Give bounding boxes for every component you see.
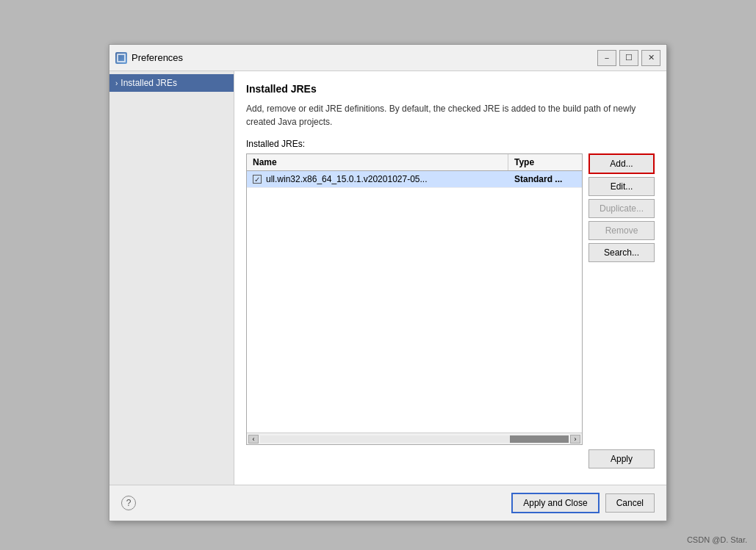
dialog-footer: ? Apply and Close Cancel (109, 485, 666, 521)
main-content: Installed JREs Add, remove or edit JRE d… (234, 71, 666, 485)
restore-button[interactable]: ☐ (619, 50, 638, 66)
footer-buttons: Apply and Close Cancel (511, 493, 655, 513)
sidebar: › Installed JREs (109, 71, 234, 485)
jre-table: Name Type ull.win32.x86_64_15.0.1.v20201… (246, 153, 583, 445)
add-button[interactable]: Add... (588, 153, 655, 174)
dialog-title: Preferences (132, 52, 597, 63)
col-type-header: Type (508, 154, 582, 170)
table-body[interactable]: ull.win32.x86_64_15.0.1.v20201027-05... … (247, 171, 582, 433)
table-header: Name Type (247, 154, 582, 171)
cancel-button[interactable]: Cancel (605, 493, 655, 513)
sidebar-item-installed-jres[interactable]: › Installed JREs (109, 74, 234, 92)
table-area: Name Type ull.win32.x86_64_15.0.1.v20201… (246, 153, 655, 445)
search-button[interactable]: Search... (588, 243, 655, 262)
sidebar-arrow-icon: › (115, 79, 118, 87)
installed-jres-label: Installed JREs: (246, 139, 655, 149)
apply-section: Apply (246, 445, 655, 473)
apply-button[interactable]: Apply (588, 449, 655, 468)
scroll-right-icon[interactable]: › (570, 435, 580, 444)
col-name-header: Name (247, 154, 508, 170)
jre-type-cell: Standard ... (508, 171, 582, 187)
help-button[interactable]: ? (121, 496, 136, 510)
remove-button[interactable]: Remove (588, 221, 655, 240)
sidebar-item-label: Installed JREs (120, 78, 177, 88)
scroll-left-icon[interactable]: ‹ (248, 435, 259, 444)
apply-close-button[interactable]: Apply and Close (511, 493, 599, 513)
section-description: Add, remove or edit JRE definitions. By … (246, 102, 655, 129)
scroll-thumb[interactable] (510, 435, 569, 443)
title-bar-controls: − ☐ ✕ (597, 50, 660, 66)
close-button[interactable]: ✕ (641, 50, 660, 66)
scroll-track[interactable] (260, 435, 569, 443)
title-bar: Preferences − ☐ ✕ (109, 45, 666, 71)
section-title: Installed JREs (246, 83, 655, 95)
duplicate-button[interactable]: Duplicate... (588, 199, 655, 218)
table-row[interactable]: ull.win32.x86_64_15.0.1.v20201027-05... … (247, 171, 582, 188)
dialog-icon (115, 52, 127, 64)
edit-button[interactable]: Edit... (588, 177, 655, 196)
watermark: CSDN @D. Star. (687, 535, 747, 544)
jre-checkbox[interactable] (253, 175, 262, 184)
horizontal-scrollbar[interactable]: ‹ › (247, 433, 582, 444)
jre-name-cell: ull.win32.x86_64_15.0.1.v20201027-05... (247, 171, 508, 187)
dialog-body: › Installed JREs Installed JREs Add, rem… (109, 71, 666, 485)
side-buttons: Add... Edit... Duplicate... Remove Searc… (588, 153, 655, 445)
preferences-dialog: Preferences − ☐ ✕ › Installed JREs Insta… (109, 44, 667, 521)
minimize-button[interactable]: − (597, 50, 616, 66)
